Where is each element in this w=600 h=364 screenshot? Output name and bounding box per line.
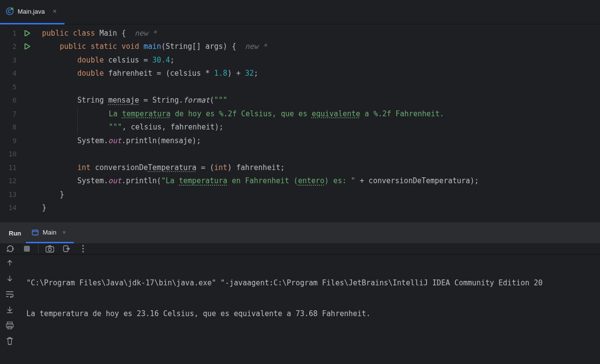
line-num: 4	[0, 69, 21, 77]
code-editor[interactable]: public class Main { new * public static …	[33, 24, 600, 222]
svg-rect-2	[32, 230, 38, 235]
trash-icon[interactable]	[4, 336, 15, 346]
line-num: 11	[0, 164, 21, 171]
console-output[interactable]: "C:\Program Files\Java\jdk-17\bin\java.e…	[20, 255, 600, 364]
editor-area: 1 2 3 4 5 6 7 8 9 10 11 12 13 14 public …	[0, 24, 600, 222]
console-line	[26, 338, 593, 352]
run-side-toolbar	[0, 255, 20, 364]
editor-tab-label: Main.java	[18, 8, 45, 15]
line-num: 9	[0, 137, 21, 145]
line-num: 7	[0, 110, 21, 118]
rerun-icon[interactable]	[5, 243, 16, 254]
line-num: 3	[0, 56, 21, 64]
line-num: 2	[0, 43, 21, 50]
console-line: "C:\Program Files\Java\jdk-17\bin\java.e…	[26, 276, 593, 290]
close-icon[interactable]: ×	[60, 229, 68, 236]
close-icon[interactable]: ×	[51, 7, 59, 15]
editor-tab-main[interactable]: Main.java ×	[0, 0, 64, 24]
camera-icon[interactable]	[44, 243, 55, 254]
line-num: 5	[0, 83, 21, 91]
line-num: 13	[0, 191, 21, 198]
svg-point-9	[83, 248, 84, 250]
print-icon[interactable]	[4, 320, 15, 331]
run-config-label: Main	[43, 229, 56, 236]
editor-tabbar: Main.java ×	[0, 0, 600, 24]
exit-icon[interactable]	[61, 243, 72, 254]
java-class-icon	[6, 7, 14, 15]
stop-icon[interactable]	[21, 243, 32, 254]
line-num: 8	[0, 123, 21, 131]
svg-point-6	[48, 248, 51, 251]
svg-point-1	[11, 8, 14, 10]
svg-point-8	[83, 245, 84, 247]
run-body: "C:\Program Files\Java\jdk-17\bin\java.e…	[0, 255, 600, 364]
scroll-to-end-icon[interactable]	[4, 304, 15, 315]
up-arrow-icon[interactable]	[4, 257, 15, 268]
run-panel: Run Main ×	[0, 222, 600, 364]
line-num: 10	[0, 150, 21, 158]
line-num: 14	[0, 204, 21, 212]
run-gutter-icon[interactable]	[21, 30, 33, 36]
application-icon	[32, 229, 39, 236]
console-line: La temperatura de hoy es 23.16 Celsius, …	[26, 307, 593, 321]
run-toolbar	[0, 243, 600, 255]
more-icon[interactable]	[78, 243, 88, 254]
run-gutter-icon[interactable]	[21, 43, 33, 49]
line-num: 6	[0, 96, 21, 104]
svg-rect-5	[46, 247, 54, 252]
down-arrow-icon[interactable]	[4, 273, 15, 284]
run-tool-label[interactable]: Run	[4, 230, 26, 237]
line-num: 1	[0, 29, 21, 37]
run-tabbar: Run Main ×	[0, 223, 600, 243]
svg-rect-4	[24, 246, 30, 252]
gutter: 1 2 3 4 5 6 7 8 9 10 11 12 13 14	[0, 24, 33, 222]
svg-rect-12	[6, 324, 13, 327]
svg-point-10	[83, 251, 84, 253]
soft-wrap-icon[interactable]	[4, 289, 15, 300]
line-num: 12	[0, 177, 21, 185]
run-config-tab[interactable]: Main ×	[26, 223, 74, 243]
